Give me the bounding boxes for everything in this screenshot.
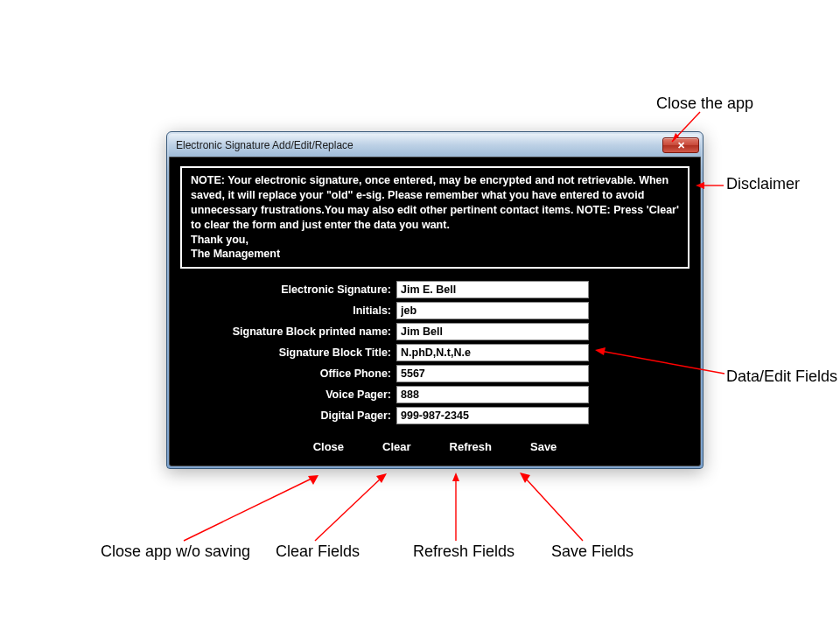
arrow-close-no-save: [184, 472, 324, 542]
svg-marker-13: [520, 472, 530, 483]
svg-line-6: [184, 478, 313, 541]
annotation-refresh-fields: Refresh Fields: [413, 542, 514, 561]
refresh-button[interactable]: Refresh: [450, 440, 492, 453]
client-area: NOTE: Your electronic signature, once en…: [169, 157, 701, 466]
svg-marker-7: [308, 475, 318, 485]
disclaimer-text: NOTE: Your electronic signature, once en…: [191, 174, 679, 260]
dialog-window: Electronic Signature Add/Edit/Replace ✕ …: [166, 131, 704, 469]
label-voice-pager: Voice Pager:: [199, 388, 391, 401]
label-digital-pager: Digital Pager:: [199, 410, 391, 422]
window-close-button[interactable]: ✕: [662, 137, 699, 153]
arrow-clear-fields: [315, 472, 394, 542]
label-block-title: Signature Block Title:: [199, 346, 391, 359]
row-digital-pager: Digital Pager:: [199, 407, 671, 424]
input-voice-pager[interactable]: [396, 386, 589, 403]
svg-line-12: [525, 478, 583, 541]
svg-line-8: [315, 478, 382, 541]
input-digital-pager[interactable]: [396, 407, 589, 424]
row-voice-pager: Voice Pager:: [199, 386, 671, 403]
input-office-phone[interactable]: [396, 365, 589, 382]
input-initials[interactable]: [396, 302, 589, 319]
label-block-name: Signature Block printed name:: [199, 326, 391, 338]
annotation-data-fields: Data/Edit Fields: [726, 368, 837, 386]
row-block-name: Signature Block printed name:: [199, 323, 671, 340]
annotation-disclaimer: Disclaimer: [726, 175, 800, 193]
clear-button[interactable]: Clear: [382, 440, 411, 453]
row-office-phone: Office Phone:: [199, 365, 671, 382]
row-initials: Initials:: [199, 302, 671, 319]
label-initials: Initials:: [199, 304, 391, 317]
annotation-clear-fields: Clear Fields: [276, 542, 360, 561]
input-block-title[interactable]: [396, 344, 589, 361]
arrow-refresh-fields: [451, 472, 477, 542]
disclaimer-box: NOTE: Your electronic signature, once en…: [180, 166, 690, 269]
form: Electronic Signature: Initials: Signatur…: [199, 281, 671, 424]
annotation-close-no-save: Close app w/o saving: [101, 542, 250, 561]
titlebar: Electronic Signature Add/Edit/Replace ✕: [169, 134, 701, 157]
close-icon: ✕: [677, 140, 685, 151]
close-button[interactable]: Close: [313, 440, 344, 453]
input-esig[interactable]: [396, 281, 589, 298]
row-block-title: Signature Block Title:: [199, 344, 671, 361]
annotation-close-app: Close the app: [656, 94, 753, 113]
svg-marker-11: [452, 472, 459, 481]
svg-marker-9: [376, 473, 387, 483]
label-esig: Electronic Signature:: [199, 284, 391, 296]
input-block-name[interactable]: [396, 323, 589, 340]
row-esig: Electronic Signature:: [199, 281, 671, 298]
action-bar: Close Clear Refresh Save: [180, 440, 690, 453]
save-button[interactable]: Save: [530, 440, 556, 453]
annotation-save-fields: Save Fields: [551, 542, 634, 561]
arrow-save-fields: [520, 472, 590, 542]
label-office-phone: Office Phone:: [199, 368, 391, 380]
window-title: Electronic Signature Add/Edit/Replace: [176, 139, 354, 151]
